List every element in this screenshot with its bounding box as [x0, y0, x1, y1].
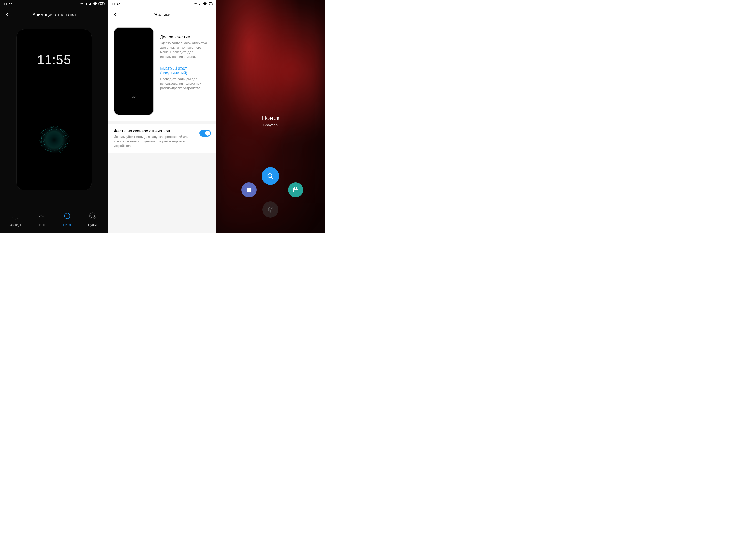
animation-option-neon[interactable]: Неон — [31, 211, 51, 227]
search-icon — [267, 172, 274, 180]
screen-home-shortcuts: Поиск Браузер — [216, 0, 325, 233]
animation-option-pulse[interactable]: Пульс — [83, 211, 103, 227]
status-time: 11:46 — [112, 2, 120, 6]
battery-badge: 24 — [208, 2, 213, 5]
gesture-toggle[interactable] — [199, 130, 211, 137]
rhythm-icon — [62, 211, 72, 221]
animation-option-rhythm[interactable]: Ритм — [57, 211, 77, 227]
page-title: Ярлыки — [108, 12, 216, 17]
menu-icon — [246, 187, 252, 193]
shortcut-fingerprint-button[interactable] — [262, 202, 278, 218]
header: Анимация отпечатка — [0, 8, 108, 22]
shortcut-title: Поиск — [261, 114, 279, 122]
shortcut-subtitle: Браузер — [261, 123, 279, 127]
quick-gesture-desc: Проведите пальцем для использования ярлы… — [160, 77, 211, 91]
status-time: 11:56 — [4, 2, 12, 6]
svg-point-7 — [91, 214, 95, 218]
svg-point-6 — [12, 212, 19, 220]
signal-icon — [84, 2, 88, 5]
shortcut-right-button[interactable] — [288, 182, 303, 198]
long-press-option[interactable]: Долгое нажатие Удерживайте значок отпеча… — [160, 35, 211, 59]
rhythm-animation-icon — [29, 115, 79, 165]
quick-gesture-option[interactable]: Быстрый жест (продвинутый) Проведите пал… — [160, 66, 211, 91]
pulse-icon — [88, 211, 97, 221]
screen-shortcuts: 11:46 ••• 24 Ярлыки Долгое нажатие Удерж… — [108, 0, 216, 233]
stars-icon — [11, 211, 20, 221]
shortcut-left-button[interactable] — [241, 182, 257, 198]
toggle-knob — [205, 131, 210, 136]
toggle-title: Жесты на сканере отпечатков — [114, 129, 196, 134]
back-button[interactable] — [111, 11, 119, 19]
dots-icon: ••• — [80, 2, 83, 6]
animation-option-stars[interactable]: Звезды — [5, 211, 25, 227]
back-button[interactable] — [3, 11, 11, 19]
calendar-icon — [292, 187, 299, 193]
status-bar: 11:46 ••• 24 — [108, 0, 216, 8]
page-title: Анимация отпечатка — [0, 12, 108, 17]
wifi-icon — [93, 2, 97, 5]
screen-fingerprint-animation: 11:56 ••• 100 Анимация отпечатка 11:55 — [0, 0, 108, 233]
wifi-icon — [203, 2, 207, 5]
long-press-title: Долгое нажатие — [160, 35, 211, 39]
signal-icon — [89, 2, 92, 5]
status-icons: ••• 100 — [80, 2, 105, 6]
info-column: Долгое нажатие Удерживайте значок отпеча… — [160, 27, 211, 115]
animation-options: Звезды Неон Ритм Пульс — [0, 207, 108, 233]
svg-point-9 — [268, 174, 272, 178]
svg-rect-12 — [293, 188, 298, 192]
quick-gesture-title: Быстрый жест (продвинутый) — [160, 66, 211, 75]
long-press-desc: Удерживайте значок отпечатка для открыти… — [160, 41, 211, 59]
preview-clock: 11:55 — [17, 52, 92, 67]
svg-point-8 — [89, 213, 96, 219]
svg-rect-11 — [247, 191, 251, 192]
info-block: Долгое нажатие Удерживайте значок отпеча… — [108, 22, 216, 121]
fingerprint-icon — [130, 95, 137, 102]
phone-preview: 11:55 — [16, 29, 92, 191]
gesture-toggle-row: Жесты на сканере отпечатков Используйте … — [108, 124, 216, 153]
neon-icon — [37, 211, 46, 221]
fingerprint-icon — [266, 206, 274, 214]
shortcut-search-button[interactable] — [262, 167, 279, 185]
battery-badge: 100 — [98, 2, 105, 5]
signal-icon — [198, 2, 202, 5]
toggle-desc: Используйте жесты для запуска приложений… — [114, 135, 196, 148]
mini-phone-preview — [114, 27, 154, 115]
status-bar: 11:56 ••• 100 — [0, 0, 108, 8]
toggle-text: Жесты на сканере отпечатков Используйте … — [114, 129, 196, 148]
svg-rect-10 — [247, 189, 251, 190]
status-icons: ••• 24 — [194, 2, 213, 6]
svg-point-5 — [40, 126, 68, 154]
dots-icon: ••• — [194, 2, 197, 6]
header: Ярлыки — [108, 8, 216, 22]
radial-shortcuts — [238, 167, 303, 218]
shortcut-label: Поиск Браузер — [261, 114, 279, 127]
